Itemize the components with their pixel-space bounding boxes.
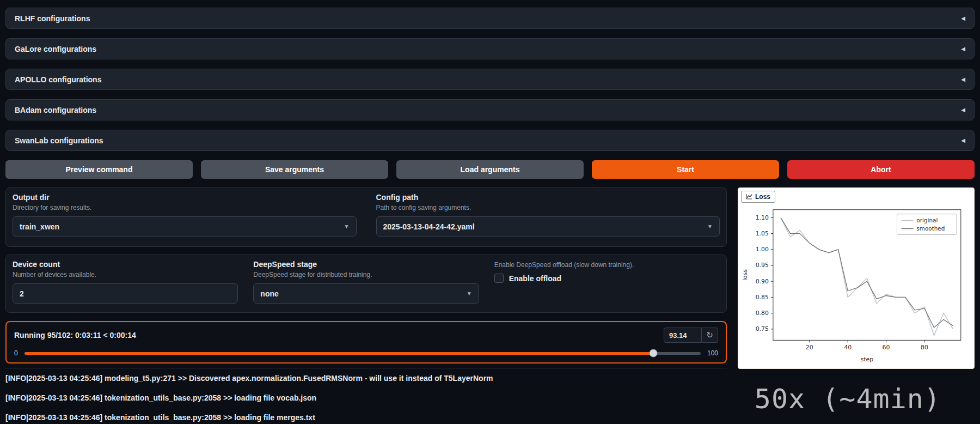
progress-panel: Running 95/102: 0:03:11 < 0:00:14 93.14 … xyxy=(5,321,727,364)
loss-chart-svg: 0.750.800.850.900.951.001.051.1020406080… xyxy=(738,188,974,368)
log-output: [INFO|2025-03-13 04:25:46] modeling_t5.p… xyxy=(5,368,727,424)
svg-text:0.80: 0.80 xyxy=(756,310,769,317)
svg-text:0.85: 0.85 xyxy=(756,294,769,301)
output-config-panel: Output dir Directory for saving results.… xyxy=(5,187,727,247)
loss-chart-panel: Loss 0.750.800.850.900.951.001.051.10204… xyxy=(738,187,975,369)
accordion-label: APOLLO configurations xyxy=(15,75,101,84)
log-line: [INFO|2025-03-13 04:25:46] tokenization_… xyxy=(5,408,727,424)
device-count-input[interactable]: 2 xyxy=(13,283,238,304)
progress-value-group: 93.14 ↻ xyxy=(664,328,718,343)
action-toolbar: Preview command Save arguments Load argu… xyxy=(5,160,975,179)
enable-offload-label[interactable]: Enable offload xyxy=(509,274,561,283)
progress-value-input[interactable]: 93.14 xyxy=(664,328,702,343)
device-count-label: Device count xyxy=(13,260,238,269)
output-dir-dropdown[interactable]: train_xwen ▼ xyxy=(13,216,357,237)
accordion-badam-configurations[interactable]: BAdam configurations ◀ xyxy=(5,99,975,120)
deepspeed-stage-field: DeepSpeed stage DeepSpeed stage for dist… xyxy=(253,260,479,307)
slider-max-label: 100 xyxy=(707,349,718,357)
progress-slider-handle[interactable] xyxy=(650,349,658,358)
output-dir-field: Output dir Directory for saving results.… xyxy=(13,193,357,241)
device-deepspeed-panel: Device count Number of devices available… xyxy=(5,255,727,313)
training-app: RLHF configurations ◀ GaLore configurati… xyxy=(0,0,980,424)
svg-text:40: 40 xyxy=(844,344,852,351)
progress-slider[interactable] xyxy=(24,352,701,355)
chevron-down-icon: ▼ xyxy=(707,223,713,229)
collapse-arrow-icon: ◀ xyxy=(961,76,965,82)
collapse-arrow-icon: ◀ xyxy=(961,107,965,113)
svg-text:original: original xyxy=(916,217,938,223)
svg-text:loss: loss xyxy=(742,269,749,281)
svg-text:0.90: 0.90 xyxy=(756,278,769,285)
accordion-label: BAdam configurations xyxy=(15,106,96,114)
device-count-field: Device count Number of devices available… xyxy=(13,260,238,307)
log-line: [INFO|2025-03-13 04:25:46] tokenization_… xyxy=(5,388,727,408)
refresh-icon[interactable]: ↻ xyxy=(702,328,718,343)
deepspeed-stage-value: none xyxy=(260,289,278,298)
svg-text:60: 60 xyxy=(883,344,890,351)
load-arguments-button[interactable]: Load arguments xyxy=(396,160,584,179)
output-dir-value: train_xwen xyxy=(20,222,59,231)
chart-tab-loss: Loss xyxy=(741,191,775,203)
accordion-swanlab-configurations[interactable]: SwanLab configurations ◀ xyxy=(5,130,975,151)
offload-info: Enable DeepSpeed offload (slow down trai… xyxy=(494,261,720,269)
deepspeed-stage-dropdown[interactable]: none ▼ xyxy=(253,283,479,304)
accordion-label: RLHF configurations xyxy=(15,14,90,23)
device-count-value: 2 xyxy=(20,289,24,298)
progress-slider-fill xyxy=(24,352,653,355)
config-path-dropdown[interactable]: 2025-03-13-04-24-42.yaml ▼ xyxy=(376,216,720,237)
config-path-label: Config path xyxy=(376,193,720,202)
svg-text:1.10: 1.10 xyxy=(756,214,769,221)
collapse-arrow-icon: ◀ xyxy=(961,15,965,21)
svg-text:0.95: 0.95 xyxy=(756,262,769,269)
device-count-info: Number of devices available. xyxy=(13,271,238,278)
collapse-arrow-icon: ◀ xyxy=(961,137,965,143)
progress-status-text: Running 95/102: 0:03:11 < 0:00:14 xyxy=(14,331,136,340)
accordion-label: SwanLab configurations xyxy=(15,136,103,145)
chevron-down-icon: ▼ xyxy=(467,290,472,296)
enable-offload-checkbox[interactable] xyxy=(494,274,504,283)
playback-speed-overlay: 50x (~4min) xyxy=(755,383,941,415)
svg-text:smoothed: smoothed xyxy=(916,225,945,232)
collapse-arrow-icon: ◀ xyxy=(961,46,965,52)
svg-text:1.05: 1.05 xyxy=(756,230,769,237)
offload-field: Enable DeepSpeed offload (slow down trai… xyxy=(494,260,720,307)
accordion-rlhf-configurations[interactable]: RLHF configurations ◀ xyxy=(5,8,975,29)
slider-min-label: 0 xyxy=(14,349,18,357)
start-button[interactable]: Start xyxy=(592,160,779,179)
config-path-info: Path to config saving arguments. xyxy=(376,204,720,211)
svg-text:20: 20 xyxy=(806,344,813,351)
output-dir-label: Output dir xyxy=(13,193,357,202)
accordion-galore-configurations[interactable]: GaLore configurations ◀ xyxy=(5,38,975,59)
accordion-label: GaLore configurations xyxy=(15,45,96,53)
chevron-down-icon: ▼ xyxy=(344,223,350,229)
log-line: [INFO|2025-03-13 04:25:46] modeling_t5.p… xyxy=(5,368,727,388)
accordion-list: RLHF configurations ◀ GaLore configurati… xyxy=(5,8,975,151)
svg-text:1.00: 1.00 xyxy=(756,246,769,253)
save-arguments-button[interactable]: Save arguments xyxy=(201,160,388,179)
line-chart-icon xyxy=(746,193,752,200)
svg-text:step: step xyxy=(861,356,874,363)
svg-text:80: 80 xyxy=(921,344,928,351)
accordion-apollo-configurations[interactable]: APOLLO configurations ◀ xyxy=(5,69,975,90)
svg-text:0.75: 0.75 xyxy=(756,325,769,332)
deepspeed-stage-label: DeepSpeed stage xyxy=(253,260,479,269)
config-path-field: Config path Path to config saving argume… xyxy=(376,193,720,241)
output-dir-info: Directory for saving results. xyxy=(13,204,357,211)
deepspeed-stage-info: DeepSpeed stage for distributed training… xyxy=(253,271,479,278)
abort-button[interactable]: Abort xyxy=(787,160,975,179)
preview-command-button[interactable]: Preview command xyxy=(5,160,193,179)
chart-tab-label: Loss xyxy=(755,193,770,201)
config-path-value: 2025-03-13-04-24-42.yaml xyxy=(383,222,475,231)
